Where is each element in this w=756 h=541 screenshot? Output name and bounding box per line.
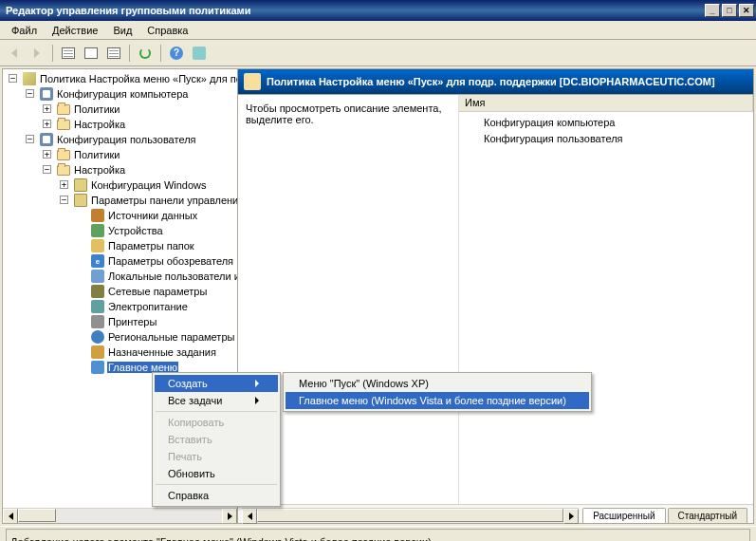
tree-item-folders[interactable]: Параметры папок [5,238,235,253]
close-button[interactable]: ✕ [739,4,754,17]
ctx-print[interactable]: Печать [155,448,278,465]
tree-item-power[interactable]: Электропитание [5,299,235,314]
create-submenu: Меню "Пуск" (Windows XP) Главное меню (W… [283,372,592,412]
back-button[interactable] [4,43,25,64]
description-text: Чтобы просмотреть описание элемента, выд… [246,103,441,125]
list-row[interactable]: Конфигурация пользователя [461,130,751,146]
tree-user-settings[interactable]: − Настройка [5,162,235,177]
tree-comp-settings[interactable]: + Настройка [5,117,235,132]
users-icon [91,270,104,283]
forward-button[interactable] [27,43,47,64]
menu-file[interactable]: Файл [4,23,45,38]
ctx-paste[interactable]: Вставить [155,431,278,448]
context-menu: Создать Все задачи Копировать Вставить П… [152,372,281,507]
right-header-title: Политика Настройка меню «Пуск» для подр.… [267,76,715,87]
tree-root[interactable]: − Политика Настройка меню «Пуск» для под [5,71,235,86]
list-row[interactable]: Конфигурация компьютера [461,114,751,130]
policy-icon [23,72,36,85]
tree-item-datasources[interactable]: Источники данных [5,208,235,223]
prefs-icon [74,178,87,192]
tree-user-config[interactable]: − Конфигурация пользователя [5,132,235,147]
right-pane: Политика Настройка меню «Пуск» для подр.… [238,69,753,523]
menu-action[interactable]: Действие [45,23,105,38]
network-icon [91,285,104,298]
tree-item-network[interactable]: Сетевые параметры [5,284,235,299]
computer-config-icon [40,87,53,101]
chevron-right-icon [255,380,259,387]
help-button[interactable]: ? [166,43,187,64]
minimize-button[interactable]: _ [705,4,720,17]
list-pane: Имя Конфигурация компьютера Конфигурация… [458,95,753,504]
tree-user-policies[interactable]: + Политики [5,147,235,162]
menubar: Файл Действие Вид Справка [0,21,756,40]
list-label: Конфигурация компьютера [484,117,615,128]
ctx-create[interactable]: Создать [155,375,278,392]
folder-options-icon [91,239,104,252]
tree-item-printers[interactable]: Принтеры [5,314,235,329]
globe-icon [91,330,104,344]
view-grid-button[interactable] [58,43,79,64]
toolbar: ? [0,40,756,66]
tools-icon [193,47,206,60]
tree-hscroll[interactable] [3,508,237,523]
ctx-help[interactable]: Справка [155,487,278,504]
ctx-refresh[interactable]: Обновить [155,465,278,482]
arrow-right-icon [34,48,40,58]
right-hscroll[interactable] [242,508,579,523]
titlebar: Редактор управления групповыми политикам… [0,0,756,21]
status-text: Добавление нового элемента "Главное меню… [10,536,432,542]
datasource-icon [91,209,104,222]
folder-icon [57,120,70,130]
help-icon: ? [170,47,183,60]
tab-standard[interactable]: Стандартный [668,508,747,523]
submenu-xp[interactable]: Меню "Пуск" (Windows XP) [286,375,589,392]
menu-view[interactable]: Вид [105,23,139,38]
list-col-name[interactable]: Имя [459,95,753,111]
tree-item-local-users[interactable]: Локальные пользователи и [5,269,235,284]
user-config-icon [40,133,53,146]
detail-icon [107,47,120,59]
prefs-icon [74,194,87,207]
policy-icon [244,73,261,90]
refresh-icon [139,47,151,59]
tab-extended[interactable]: Расширенный [582,508,665,523]
list-icon [84,47,98,59]
startmenu-icon [91,361,104,374]
browser-icon: e [91,254,104,268]
view-list-button[interactable] [81,43,101,64]
window-title: Редактор управления групповыми политикам… [6,5,705,16]
tools-button[interactable] [189,43,210,64]
tasks-icon [91,345,104,359]
grid-icon [62,47,75,59]
power-icon [91,300,104,313]
tree-ctrl-panel[interactable]: − Параметры панели управления [5,193,235,208]
view-detail-button[interactable] [103,43,124,64]
tree-comp-config[interactable]: − Конфигурация компьютера [5,86,235,102]
folder-icon [57,165,70,176]
right-header: Политика Настройка меню «Пуск» для подр.… [238,69,753,94]
tree-comp-policies[interactable]: + Политики [5,102,235,117]
folder-icon [57,150,70,160]
tree-item-devices[interactable]: Устройства [5,223,235,238]
refresh-button[interactable] [135,43,156,64]
tree-item-tasks[interactable]: Назначенные задания [5,345,235,360]
chevron-right-icon [255,397,259,404]
maximize-button[interactable]: □ [722,4,737,17]
tabs: Расширенный Стандартный [238,504,753,523]
ctx-all-tasks[interactable]: Все задачи [155,392,278,409]
list-label: Конфигурация пользователя [484,133,623,144]
tree-win-config[interactable]: + Конфигурация Windows [5,177,235,193]
tree-item-browser[interactable]: eПараметры обозревателя [5,253,235,269]
tree-item-regional[interactable]: Региональные параметры [5,329,235,345]
devices-icon [91,224,104,237]
folder-icon [57,104,70,115]
menu-help[interactable]: Справка [139,23,195,38]
submenu-vista[interactable]: Главное меню (Windows Vista и более позд… [286,392,589,409]
ctx-copy[interactable]: Копировать [155,414,278,431]
arrow-left-icon [11,48,17,58]
printer-icon [91,315,104,328]
statusbar: Добавление нового элемента "Главное меню… [0,526,756,541]
